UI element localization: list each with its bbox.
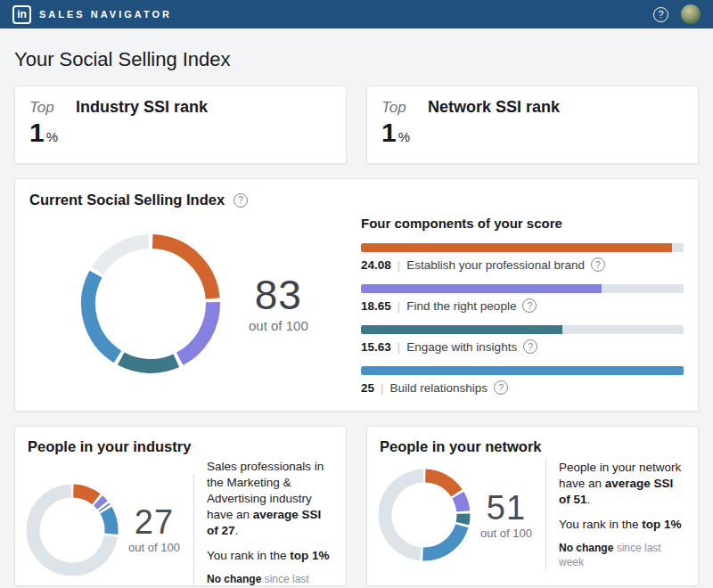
- separator: |: [397, 340, 401, 354]
- network-score-block: 51 out of 100: [476, 491, 537, 540]
- bar-track: [361, 325, 684, 334]
- network-rank-title: Network SSI rank: [428, 98, 684, 117]
- bar-value: 18.65: [361, 299, 391, 313]
- rank-prefix: Top: [29, 99, 58, 117]
- bar-value: 25: [361, 381, 374, 395]
- separator: |: [381, 381, 384, 395]
- industry-rank-title: Industry SSI rank: [76, 98, 332, 117]
- bar-label: 24.08|Establish your professional brand?: [361, 257, 684, 272]
- rank-percent-sign: %: [398, 129, 410, 144]
- bar-label: 25|Build relationships?: [361, 380, 684, 395]
- components-title: Four components of your score: [361, 216, 684, 231]
- help-icon[interactable]: ?: [494, 380, 508, 395]
- vertical-divider: [193, 474, 194, 586]
- help-icon[interactable]: ?: [523, 339, 537, 354]
- industry-card-title: People in your industry: [28, 438, 333, 455]
- current-ssi-title: Current Social Selling Index: [29, 192, 225, 208]
- help-icon[interactable]: ?: [591, 257, 605, 272]
- bar-fill: [361, 284, 602, 293]
- ssi-donut-chart: [79, 233, 222, 375]
- network-rank-value: 1 %: [381, 118, 410, 147]
- network-card-title: People in your network: [380, 438, 685, 455]
- industry-rank-line: You rank in the top 1%: [207, 548, 333, 564]
- page-title: Your Social Selling Index: [14, 48, 699, 71]
- donut-segment: [79, 233, 222, 375]
- bar-value: 15.63: [361, 340, 391, 354]
- network-score-caption: out of 100: [476, 527, 537, 540]
- bar-label: 18.65|Find the right people?: [361, 298, 684, 313]
- help-icon[interactable]: ?: [234, 193, 248, 208]
- industry-rank-value: 1 %: [29, 118, 58, 147]
- industry-donut-chart: [26, 484, 119, 576]
- rank-number: 1: [29, 118, 45, 147]
- score-bar-row: 15.63|Engage with insights?: [361, 325, 684, 354]
- score-bar-row: 24.08|Establish your professional brand?: [361, 243, 684, 272]
- bar-fill: [361, 366, 684, 375]
- industry-change-line: No change since last week: [207, 573, 333, 588]
- bar-label: 15.63|Engage with insights?: [361, 339, 684, 354]
- network-rank-line: You rank in the top 1%: [559, 517, 685, 533]
- donut-segment: [79, 233, 222, 375]
- page-body: Your Social Selling Index Top Industry S…: [0, 29, 713, 586]
- bar-label-text: Engage with insights: [406, 340, 517, 354]
- score-bar-row: 18.65|Find the right people?: [361, 284, 684, 313]
- industry-score: 27: [124, 505, 184, 539]
- ssi-score: 83: [249, 274, 308, 315]
- bar-fill: [361, 243, 672, 252]
- industry-score-block: 27 out of 100: [124, 505, 184, 554]
- bar-label-text: Find the right people: [406, 299, 516, 313]
- rank-cards-row: Top Industry SSI rank 1 % Top Network SS…: [14, 86, 699, 164]
- ssi-donut-section: 83 out of 100: [29, 233, 361, 375]
- user-avatar[interactable]: [681, 4, 701, 24]
- industry-card-text: Sales professionals in the Marketing & A…: [207, 459, 333, 588]
- rank-prefix: Top: [381, 99, 410, 117]
- industry-summary: Sales professionals in the Marketing & A…: [207, 459, 333, 539]
- network-card-text: People in your network have an average S…: [559, 460, 685, 570]
- network-card: People in your network 51 out of 100 Peo…: [366, 426, 699, 586]
- bar-track: [361, 366, 684, 375]
- industry-score-caption: out of 100: [124, 541, 184, 554]
- network-summary: People in your network have an average S…: [559, 460, 685, 508]
- rank-number: 1: [381, 118, 397, 147]
- help-icon[interactable]: ?: [653, 7, 668, 22]
- comparison-cards-row: People in your industry 27 out of 100 Sa…: [14, 426, 699, 586]
- separator: |: [397, 258, 401, 272]
- bar-value: 24.08: [361, 258, 391, 272]
- vertical-divider: [545, 459, 546, 571]
- score-components-section: Four components of your score 24.08|Esta…: [361, 212, 684, 395]
- top-navbar: in SALES NAVIGATOR ?: [0, 0, 713, 29]
- separator: |: [397, 299, 401, 313]
- linkedin-logo-icon[interactable]: in: [12, 5, 31, 24]
- network-score: 51: [476, 491, 537, 525]
- industry-card: People in your industry 27 out of 100 Sa…: [14, 426, 347, 586]
- score-components-bars: 24.08|Establish your professional brand?…: [361, 243, 684, 395]
- donut-segment: [79, 233, 222, 375]
- current-ssi-card: Current Social Selling Index ? 83 out of…: [14, 178, 699, 412]
- bar-track: [361, 243, 684, 252]
- bar-label-text: Establish your professional brand: [406, 258, 585, 272]
- ssi-score-block: 83 out of 100: [249, 274, 308, 333]
- bar-fill: [361, 325, 562, 334]
- bar-label-text: Build relationships: [390, 381, 488, 395]
- brand-title: SALES NAVIGATOR: [39, 9, 172, 20]
- network-donut-chart: [378, 469, 471, 561]
- ssi-score-caption: out of 100: [249, 318, 308, 333]
- industry-rank-card: Top Industry SSI rank 1 %: [14, 86, 347, 164]
- network-rank-card: Top Network SSI rank 1 %: [366, 86, 699, 164]
- rank-percent-sign: %: [46, 129, 58, 144]
- score-bar-row: 25|Build relationships?: [361, 366, 684, 395]
- help-icon[interactable]: ?: [522, 298, 537, 313]
- bar-track: [361, 284, 684, 293]
- network-change-line: No change since last week: [559, 542, 685, 570]
